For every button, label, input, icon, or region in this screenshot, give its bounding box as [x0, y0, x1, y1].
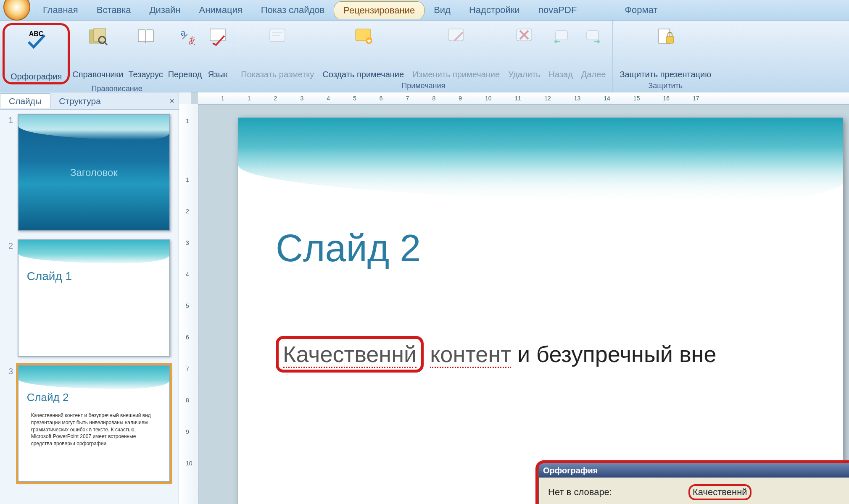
ribbon-group-comments: Показать разметку ★ Создать примечание И…: [234, 21, 613, 92]
svg-text:あ: あ: [188, 35, 195, 45]
tab-addins[interactable]: Надстройки: [460, 1, 529, 19]
thumb-number: 1: [8, 114, 18, 231]
ribbon-btn-thesaurus-label: Тезаурус: [128, 70, 163, 79]
svg-rect-8: [270, 29, 285, 42]
next-comment-icon: [583, 26, 604, 47]
ribbon-btn-research-label: Справочники: [72, 70, 123, 79]
ribbon-btn-next-comment[interactable]: Далее: [577, 23, 610, 80]
svg-rect-2: [94, 28, 105, 42]
tab-insert[interactable]: Вставка: [87, 1, 140, 19]
spelling-dialog-title: Орфография: [543, 466, 598, 475]
ribbon-btn-translate[interactable]: aあ Перевод: [166, 23, 205, 80]
slide-thumb-3[interactable]: Слайд 2 Качественний контент и безупречн…: [18, 365, 170, 482]
tab-slideshow[interactable]: Показ слайдов: [252, 1, 334, 19]
tab-format[interactable]: Формат: [615, 1, 667, 19]
slide-title-text[interactable]: Слайд 2: [276, 227, 421, 270]
thumb-number: 2: [8, 239, 18, 357]
svg-text:★: ★: [366, 37, 372, 44]
edit-comment-icon: [445, 26, 467, 47]
ribbon-group-proofing: ABC Орфография Справочники Тезаурус aあ: [0, 21, 234, 92]
tab-novapdf[interactable]: novaPDF: [529, 1, 586, 19]
ribbon-btn-edit-comment-label: Изменить примечание: [412, 70, 500, 79]
svg-line-4: [105, 42, 107, 45]
office-button[interactable]: [3, 0, 30, 21]
ribbon-btn-spelling[interactable]: ABC Орфография: [3, 23, 70, 84]
thumb1-title: Заголовок: [70, 167, 118, 178]
slide-body-text[interactable]: Качественнй контент и безупречный вне: [276, 336, 843, 373]
ribbon-btn-spelling-label: Орфография: [11, 72, 62, 81]
workspace: Слайды Структура × 1 Заголовок 2 Слайд 1: [0, 92, 849, 504]
show-markup-icon: [266, 26, 288, 47]
svg-rect-7: [210, 29, 225, 41]
ribbon-btn-delete-comment-label: Удалить: [508, 70, 540, 79]
ribbon-btn-delete-comment[interactable]: Удалить: [504, 23, 544, 80]
ribbon-btn-language[interactable]: Язык: [204, 23, 231, 80]
ribbon-btn-prev-comment-label: Назад: [549, 70, 573, 79]
tab-view[interactable]: Вид: [424, 1, 460, 19]
slide-panel: Слайды Структура × 1 Заголовок 2 Слайд 1: [0, 92, 179, 504]
ribbon-group-protect: Защитить презентацию Защитить: [613, 21, 718, 92]
ribbon-group-protect-label: Защитить: [613, 81, 718, 92]
ruler-corner: [179, 92, 191, 105]
ribbon-btn-new-comment-label: Создать примечание: [322, 70, 404, 79]
horizontal-ruler[interactable]: 11234567891011121314151617: [198, 92, 849, 105]
spelling-dialog[interactable]: Орфография ? ✕ Нет в словаре: Качественн…: [538, 463, 849, 504]
translate-icon: aあ: [174, 26, 196, 47]
delete-comment-icon: [513, 26, 535, 47]
slide-panel-tabs: Слайды Структура ×: [0, 92, 179, 110]
research-books-icon: [87, 26, 109, 47]
spelling-dialog-titlebar[interactable]: Орфография ? ✕: [539, 463, 849, 478]
ribbon-btn-edit-comment[interactable]: Изменить примечание: [408, 23, 504, 80]
ribbon-tab-row: Главная Вставка Дизайн Анимация Показ сл…: [0, 0, 849, 21]
tab-home[interactable]: Главная: [34, 1, 87, 19]
tab-design[interactable]: Дизайн: [140, 1, 190, 19]
thumb3-title: Слайд 2: [27, 391, 69, 404]
svg-rect-19: [666, 37, 674, 43]
ribbon-btn-language-label: Язык: [208, 70, 228, 79]
ribbon-btn-research[interactable]: Справочники: [70, 23, 126, 80]
ribbon-btn-show-markup-label: Показать разметку: [241, 70, 314, 79]
slide-panel-close-icon[interactable]: ×: [169, 96, 174, 106]
ribbon-btn-translate-label: Перевод: [168, 70, 202, 79]
ribbon-btn-show-markup[interactable]: Показать разметку: [237, 23, 318, 80]
slide-panel-tab-outline[interactable]: Структура: [50, 94, 109, 108]
misspelled-word[interactable]: Качественнй: [283, 341, 417, 368]
slide-body-rest: и безупречный вне: [517, 341, 716, 367]
ribbon-btn-next-comment-label: Далее: [581, 70, 606, 79]
not-in-dict-value: Качественнй: [688, 484, 818, 500]
prev-comment-icon: [550, 26, 572, 47]
thumb-number: 3: [8, 365, 18, 482]
spelling-abc-icon: ABC: [25, 28, 47, 50]
slide-word-after: контент: [430, 341, 511, 368]
svg-rect-16: [556, 31, 567, 40]
ribbon-group-comments-label: Примечания: [234, 81, 612, 92]
language-icon: [207, 26, 229, 47]
ribbon-btn-protect-presentation[interactable]: Защитить презентацию: [615, 23, 715, 80]
tab-review[interactable]: Рецензирование: [334, 1, 424, 19]
svg-text:ABC: ABC: [29, 30, 44, 37]
svg-rect-17: [587, 31, 599, 40]
slide-thumb-1[interactable]: Заголовок: [18, 114, 170, 231]
ribbon-btn-thesaurus[interactable]: Тезаурус: [126, 23, 165, 80]
not-in-dict-label: Нет в словаре:: [548, 487, 683, 498]
slide-thumb-2[interactable]: Слайд 1: [18, 239, 170, 357]
thumb2-title: Слайд 1: [27, 270, 72, 283]
ribbon: ABC Орфография Справочники Тезаурус aあ: [0, 21, 849, 92]
slide-panel-tab-slides[interactable]: Слайды: [0, 93, 50, 108]
ribbon-btn-new-comment[interactable]: ★ Создать примечание: [318, 23, 408, 80]
slide-canvas[interactable]: Слайд 2 Качественнй контент и безупречны…: [238, 118, 843, 504]
vertical-ruler[interactable]: 1 1 2 3 4 5 6 7 8 9 10: [179, 104, 198, 504]
new-comment-icon: ★: [352, 26, 374, 47]
thesaurus-book-icon: [135, 26, 157, 47]
slide-thumbs: 1 Заголовок 2 Слайд 1 3 Слайд 2 Каче: [0, 110, 179, 495]
tab-animation[interactable]: Анимация: [190, 1, 251, 19]
ribbon-btn-protect-label: Защитить презентацию: [620, 70, 711, 79]
editor-area: 11234567891011121314151617 1 1 2 3 4 5 6…: [179, 92, 849, 504]
thumb3-body: Качественний контент и безупречный внешн…: [31, 412, 157, 447]
protect-lock-icon: [654, 26, 676, 47]
ribbon-btn-prev-comment[interactable]: Назад: [545, 23, 577, 80]
